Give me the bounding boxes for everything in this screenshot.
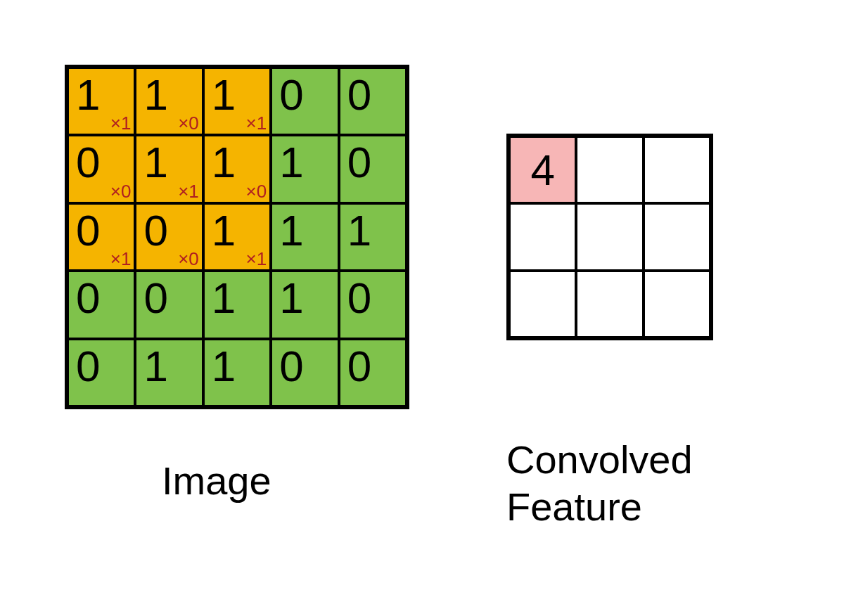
image-cell-value: 0 — [347, 276, 371, 320]
image-cell: 1×0 — [203, 135, 271, 203]
image-cell-value: 1 — [143, 73, 167, 117]
feature-cell — [576, 136, 643, 203]
image-cell: 0×1 — [68, 203, 135, 271]
image-cell-value: 1 — [212, 276, 236, 320]
image-cell: 0 — [271, 68, 338, 135]
feature-label-line2: Feature — [506, 485, 642, 529]
image-cell-value: 0 — [76, 345, 100, 388]
feature-cell — [644, 203, 710, 270]
feature-cell — [644, 271, 710, 338]
image-cell: 1 — [203, 339, 271, 406]
image-cell: 1 — [339, 203, 407, 271]
image-cell: 0 — [339, 135, 407, 203]
image-cell: 0 — [135, 271, 203, 338]
feature-cell: 4 — [509, 136, 576, 203]
image-cell-value: 1 — [279, 276, 303, 320]
kernel-multiplier: ×0 — [110, 182, 132, 200]
convolved-feature-matrix: 4 — [506, 134, 713, 340]
image-cell-value: 1 — [212, 345, 236, 388]
kernel-multiplier: ×1 — [246, 250, 267, 268]
feature-row — [509, 271, 710, 338]
feature-cell — [576, 271, 643, 338]
kernel-multiplier: ×0 — [178, 114, 199, 132]
image-cell: 1×0 — [135, 68, 203, 135]
image-cell-value: 0 — [76, 276, 100, 320]
image-cell: 0×0 — [68, 135, 135, 203]
image-matrix: 1×11×01×1000×01×11×0100×10×01×1110011001… — [65, 65, 409, 409]
feature-label: Convolved Feature — [506, 436, 693, 530]
kernel-multiplier: ×1 — [110, 250, 132, 268]
image-cell-value: 1 — [212, 73, 236, 117]
image-cell-value: 1 — [279, 141, 303, 184]
image-row: 01100 — [68, 339, 407, 406]
feature-cell — [509, 203, 576, 270]
image-cell: 0 — [271, 339, 338, 406]
image-cell: 1×1 — [68, 68, 135, 135]
kernel-multiplier: ×1 — [110, 114, 132, 132]
image-cell: 1×1 — [135, 135, 203, 203]
feature-row — [509, 203, 710, 270]
feature-cell — [644, 136, 710, 203]
image-row: 0×10×01×111 — [68, 203, 407, 271]
image-cell-value: 0 — [143, 276, 167, 320]
image-cell: 1×1 — [203, 203, 271, 271]
image-cell-value: 1 — [279, 209, 303, 252]
kernel-multiplier: ×1 — [246, 114, 267, 132]
kernel-multiplier: ×0 — [246, 182, 267, 200]
image-cell-value: 0 — [279, 73, 303, 117]
image-cell-value: 0 — [76, 209, 100, 252]
image-cell-value: 1 — [143, 345, 167, 388]
image-cell: 0 — [339, 339, 407, 406]
image-cell: 0×0 — [135, 203, 203, 271]
image-cell: 1 — [203, 271, 271, 338]
image-cell-value: 1 — [347, 209, 371, 252]
image-cell: 1 — [271, 203, 338, 271]
image-row: 00110 — [68, 271, 407, 338]
diagram-stage: 1×11×01×1000×01×11×0100×10×01×1110011001… — [0, 0, 844, 616]
image-row: 0×01×11×010 — [68, 135, 407, 203]
image-cell-value: 0 — [76, 141, 100, 184]
image-cell: 1 — [271, 271, 338, 338]
kernel-multiplier: ×0 — [178, 250, 199, 268]
kernel-multiplier: ×1 — [178, 182, 199, 200]
feature-label-line1: Convolved — [506, 437, 693, 482]
image-cell-value: 1 — [76, 73, 100, 117]
image-cell-value: 0 — [279, 345, 303, 388]
image-cell: 0 — [68, 339, 135, 406]
image-cell-value: 1 — [143, 141, 167, 184]
image-cell-value: 1 — [212, 209, 236, 252]
feature-cell — [576, 203, 643, 270]
image-cell: 1 — [271, 135, 338, 203]
feature-row: 4 — [509, 136, 710, 203]
image-cell-value: 0 — [143, 209, 167, 252]
image-cell-value: 0 — [347, 141, 371, 184]
image-cell: 1×1 — [203, 68, 271, 135]
feature-cell — [509, 271, 576, 338]
image-cell: 1 — [135, 339, 203, 406]
image-row: 1×11×01×100 — [68, 68, 407, 135]
image-cell-value: 0 — [347, 345, 371, 388]
image-cell-value: 1 — [212, 141, 236, 184]
image-cell: 0 — [68, 271, 135, 338]
image-cell-value: 0 — [347, 73, 371, 117]
image-cell: 0 — [339, 68, 407, 135]
image-label: Image — [162, 457, 271, 504]
image-cell: 0 — [339, 271, 407, 338]
